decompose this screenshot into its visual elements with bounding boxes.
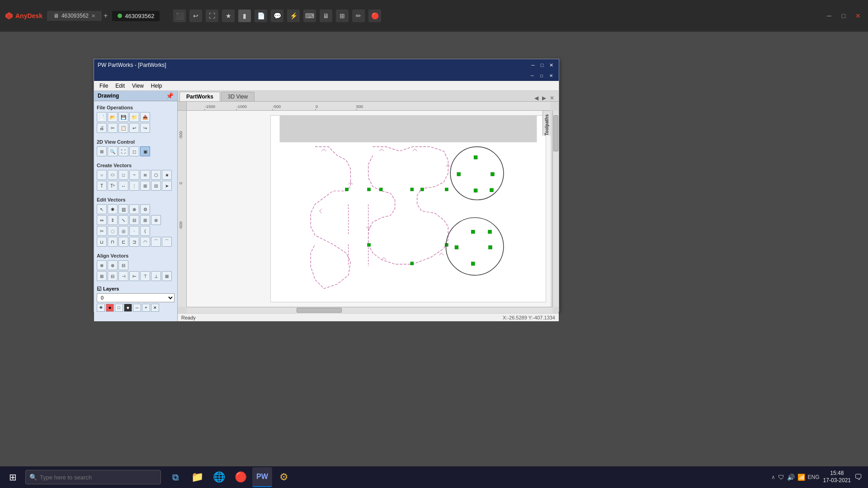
zoom-fit-button[interactable]: ⛶ — [118, 146, 128, 156]
angle-button[interactable]: ⟨ — [140, 226, 150, 236]
undo-file-button[interactable]: ↩ — [129, 123, 139, 133]
taskbar-app-pw[interactable]: PW — [252, 467, 272, 487]
zoom-all-button[interactable]: 🔍 — [108, 146, 118, 156]
grid-button[interactable]: ⊟ — [151, 181, 161, 191]
distribute-h-button[interactable]: ⊞ — [97, 271, 107, 281]
toolbar-pen[interactable]: ✏ — [352, 9, 365, 22]
dimension-button[interactable]: ↔ — [118, 181, 128, 191]
ellipse-button[interactable]: ⬭ — [108, 170, 118, 180]
align-right-button[interactable]: ⊢ — [129, 271, 139, 281]
scrollbar-vertical-thumb[interactable] — [553, 115, 558, 151]
select-button[interactable]: ↖ — [97, 204, 107, 214]
layer-delete-button[interactable]: ✕ — [151, 304, 159, 312]
trim-button[interactable]: ✂ — [97, 226, 107, 236]
taskbar-app-taskview[interactable]: ⧉ — [165, 467, 185, 487]
mirror-v-button[interactable]: ⇕ — [108, 215, 118, 225]
save-file-button[interactable]: 💾 — [118, 112, 128, 122]
layer-fill-button[interactable]: ■ — [124, 304, 132, 312]
menu-view[interactable]: View — [128, 82, 147, 90]
tab-close-button[interactable]: ✕ — [549, 95, 555, 101]
app-close-button[interactable]: ✕ — [547, 61, 555, 69]
zoom-window-button[interactable]: ⊞ — [97, 146, 107, 156]
toolbar-record[interactable]: 🔴 — [368, 9, 381, 22]
export-button[interactable]: 📤 — [140, 112, 150, 122]
union-button[interactable]: ⊞ — [140, 215, 150, 225]
star-button[interactable]: ★ — [162, 170, 172, 180]
text-button[interactable]: T — [97, 181, 107, 191]
scrollbar-horizontal[interactable] — [187, 307, 552, 313]
align-top-button[interactable]: ⊤ — [140, 271, 150, 281]
transform-button[interactable]: ⊕ — [129, 204, 139, 214]
ext2-button[interactable]: ⊓ — [108, 237, 118, 247]
toolbar-undo[interactable]: ↩ — [189, 9, 202, 22]
point-button[interactable]: · — [129, 226, 139, 236]
menu-help[interactable]: Help — [147, 82, 166, 90]
mdi-minimize-button[interactable]: ─ — [528, 72, 536, 80]
hex-button[interactable]: ⬡ — [151, 170, 161, 180]
toolbar-screenshot[interactable]: ⬛ — [173, 9, 186, 22]
smooth-button[interactable]: ⌒ — [151, 237, 161, 247]
table-button[interactable]: ⊞ — [140, 181, 150, 191]
open-file-button[interactable]: 📂 — [108, 112, 118, 122]
layer-dash-button[interactable]: ─ — [133, 304, 141, 312]
tab-right-button[interactable]: ▶ — [541, 95, 547, 101]
text-arc-button[interactable]: Tᵃ — [108, 181, 118, 191]
tab-left-button[interactable]: ◀ — [533, 95, 539, 101]
wave-button[interactable]: ~ — [129, 170, 139, 180]
align-h-button[interactable]: ⊕ — [108, 260, 118, 270]
print-button[interactable]: 🖨 — [97, 123, 107, 133]
canvas-area[interactable]: -1500 -1000 -500 0 500 — [178, 102, 559, 313]
node-edit-button[interactable]: ✱ — [108, 204, 118, 214]
toolbar-chat[interactable]: 💬 — [271, 9, 283, 22]
scale-button[interactable]: ⤡ — [118, 215, 128, 225]
arrow-button[interactable]: ➤ — [162, 181, 172, 191]
tray-expand-button[interactable]: ∧ — [771, 474, 775, 480]
zigzag-button[interactable]: ≋ — [140, 170, 150, 180]
notification-button[interactable]: 🗨 — [854, 473, 863, 482]
taskbar-app-red[interactable]: 🔴 — [231, 467, 250, 487]
toolbar-window[interactable]: ⛶ — [206, 9, 218, 22]
drawing-canvas[interactable]: Toolpaths — [187, 111, 551, 307]
new-tab-button[interactable]: + — [104, 12, 108, 20]
mirror-h-button[interactable]: ⇔ — [97, 215, 107, 225]
array-button[interactable]: ⋮ — [129, 181, 139, 191]
align-left-button[interactable]: ⊣ — [118, 271, 128, 281]
cut-button[interactable]: ✂ — [108, 123, 118, 133]
toolbar-display[interactable]: 🖥 — [320, 9, 332, 22]
tab-partworks[interactable]: PartWorks — [179, 92, 220, 101]
start-button[interactable]: ⊞ — [2, 466, 24, 488]
layers-dropdown[interactable]: 0 — [97, 293, 175, 302]
circle-button[interactable]: ○ — [97, 170, 107, 180]
taskbar-app-chrome[interactable]: 🌐 — [209, 467, 229, 487]
scrollbar-horizontal-thumb[interactable] — [297, 308, 342, 313]
menu-edit[interactable]: Edit — [112, 82, 128, 90]
ext4-button[interactable]: ⊐ — [129, 237, 139, 247]
layer-add-button[interactable]: + — [142, 304, 150, 312]
taskbar-search-box[interactable]: 🔍 — [25, 470, 161, 484]
align-bottom-button[interactable]: ⊥ — [151, 271, 161, 281]
close-button[interactable]: ✕ — [853, 10, 863, 21]
layer-visibility-button[interactable]: 👁 — [97, 304, 105, 312]
menu-file[interactable]: File — [96, 82, 112, 90]
rect-button[interactable]: □ — [118, 170, 128, 180]
app-restore-button[interactable]: □ — [538, 61, 546, 69]
open-folder-button[interactable]: 📁 — [129, 112, 139, 122]
view-active-button[interactable]: ▣ — [140, 146, 150, 156]
zoom-selected-button[interactable]: ◻ — [129, 146, 139, 156]
taskbar-app-settings[interactable]: ⚙ — [274, 467, 294, 487]
group-button[interactable]: ▥ — [118, 204, 128, 214]
app-minimize-button[interactable]: ─ — [529, 61, 537, 69]
mdi-restore-button[interactable]: □ — [538, 72, 546, 80]
security-tray-icon[interactable]: 🛡 — [778, 474, 784, 481]
toolbar-star[interactable]: ★ — [222, 9, 235, 22]
layer-square-button[interactable]: □ — [115, 304, 123, 312]
align-center-button[interactable]: ⊕ — [97, 260, 107, 270]
network-tray-icon[interactable]: 📶 — [797, 474, 805, 481]
taskbar-app-files[interactable]: 📁 — [187, 467, 207, 487]
arc-fit-button[interactable]: ◠ — [140, 237, 150, 247]
scrollbar-vertical[interactable] — [552, 111, 559, 307]
redo-file-button[interactable]: ↪ — [140, 123, 150, 133]
new-file-button[interactable]: 📄 — [97, 112, 107, 122]
system-clock[interactable]: 15:48 17-03-2021 — [823, 470, 851, 484]
ext-button[interactable]: ⊔ — [97, 237, 107, 247]
